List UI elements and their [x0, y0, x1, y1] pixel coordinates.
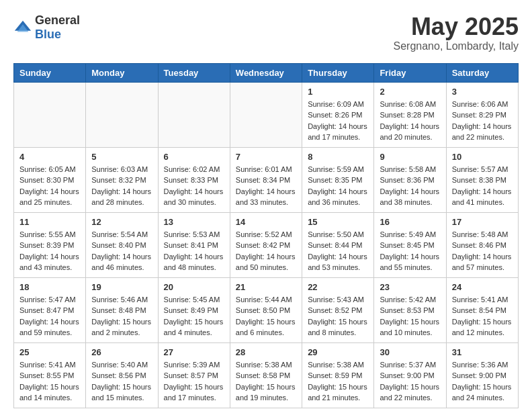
- calendar-cell: 18Sunrise: 5:47 AMSunset: 8:47 PMDayligh…: [14, 277, 86, 342]
- calendar-week-3: 11Sunrise: 5:55 AMSunset: 8:39 PMDayligh…: [14, 212, 519, 277]
- day-info: Sunrise: 5:38 AMSunset: 8:58 PMDaylight:…: [236, 359, 296, 404]
- day-number: 17: [452, 217, 513, 227]
- day-number: 30: [380, 347, 440, 357]
- calendar-cell: 15Sunrise: 5:50 AMSunset: 8:44 PMDayligh…: [302, 212, 374, 277]
- day-info: Sunrise: 5:40 AMSunset: 8:56 PMDaylight:…: [91, 359, 152, 404]
- calendar-cell: 12Sunrise: 5:54 AMSunset: 8:40 PMDayligh…: [86, 212, 158, 277]
- calendar-location: Sergnano, Lombardy, Italy: [394, 40, 519, 52]
- day-info: Sunrise: 5:49 AMSunset: 8:45 PMDaylight:…: [380, 229, 440, 273]
- calendar-cell: 11Sunrise: 5:55 AMSunset: 8:39 PMDayligh…: [14, 212, 86, 277]
- calendar-cell: 26Sunrise: 5:40 AMSunset: 8:56 PMDayligh…: [86, 342, 158, 408]
- calendar-cell: 10Sunrise: 5:57 AMSunset: 8:38 PMDayligh…: [446, 147, 518, 212]
- weekday-header-row: SundayMondayTuesdayWednesdayThursdayFrid…: [14, 63, 519, 82]
- calendar-cell: 7Sunrise: 6:01 AMSunset: 8:34 PMDaylight…: [230, 147, 302, 212]
- logo-blue: Blue: [35, 28, 61, 41]
- calendar-cell: 14Sunrise: 5:52 AMSunset: 8:42 PMDayligh…: [230, 212, 302, 277]
- calendar-cell: 4Sunrise: 6:05 AMSunset: 8:30 PMDaylight…: [14, 147, 86, 212]
- day-info: Sunrise: 6:09 AMSunset: 8:26 PMDaylight:…: [308, 99, 368, 143]
- day-info: Sunrise: 5:55 AMSunset: 8:39 PMDaylight:…: [19, 229, 80, 273]
- calendar-cell: 1Sunrise: 6:09 AMSunset: 8:26 PMDaylight…: [302, 82, 374, 147]
- weekday-header-tuesday: Tuesday: [158, 63, 230, 82]
- weekday-header-sunday: Sunday: [14, 63, 86, 82]
- calendar-cell: 28Sunrise: 5:38 AMSunset: 8:58 PMDayligh…: [230, 342, 302, 408]
- calendar-cell: 21Sunrise: 5:44 AMSunset: 8:50 PMDayligh…: [230, 277, 302, 342]
- calendar-cell: 24Sunrise: 5:41 AMSunset: 8:54 PMDayligh…: [446, 277, 518, 342]
- day-number: 26: [91, 347, 152, 357]
- day-number: 15: [308, 217, 368, 227]
- title-block: May 2025 Sergnano, Lombardy, Italy: [394, 13, 519, 52]
- day-number: 7: [236, 152, 296, 162]
- day-info: Sunrise: 6:03 AMSunset: 8:32 PMDaylight:…: [91, 164, 152, 208]
- calendar-cell: 23Sunrise: 5:42 AMSunset: 8:53 PMDayligh…: [374, 277, 446, 342]
- day-info: Sunrise: 5:54 AMSunset: 8:40 PMDaylight:…: [91, 229, 152, 273]
- logo-general: General: [35, 13, 80, 27]
- calendar-cell: 8Sunrise: 5:59 AMSunset: 8:35 PMDaylight…: [302, 147, 374, 212]
- day-number: 5: [91, 152, 152, 162]
- calendar-cell: [230, 82, 302, 147]
- day-number: 8: [308, 152, 368, 162]
- weekday-header-saturday: Saturday: [446, 63, 518, 82]
- weekday-header-monday: Monday: [86, 63, 158, 82]
- day-info: Sunrise: 5:41 AMSunset: 8:55 PMDaylight:…: [19, 359, 80, 404]
- calendar-title: May 2025: [394, 13, 519, 40]
- day-info: Sunrise: 5:58 AMSunset: 8:36 PMDaylight:…: [380, 164, 440, 208]
- calendar-cell: 2Sunrise: 6:08 AMSunset: 8:28 PMDaylight…: [374, 82, 446, 147]
- calendar-table: SundayMondayTuesdayWednesdayThursdayFrid…: [13, 63, 519, 408]
- calendar-week-4: 18Sunrise: 5:47 AMSunset: 8:47 PMDayligh…: [14, 277, 519, 342]
- day-number: 12: [91, 217, 152, 227]
- day-info: Sunrise: 6:01 AMSunset: 8:34 PMDaylight:…: [236, 164, 296, 208]
- day-number: 6: [164, 152, 224, 162]
- calendar-cell: 27Sunrise: 5:39 AMSunset: 8:57 PMDayligh…: [158, 342, 230, 408]
- calendar-cell: 13Sunrise: 5:53 AMSunset: 8:41 PMDayligh…: [158, 212, 230, 277]
- day-number: 28: [236, 347, 296, 357]
- calendar-week-2: 4Sunrise: 6:05 AMSunset: 8:30 PMDaylight…: [14, 147, 519, 212]
- calendar-cell: 17Sunrise: 5:48 AMSunset: 8:46 PMDayligh…: [446, 212, 518, 277]
- logo-text: General Blue: [35, 13, 80, 42]
- calendar-cell: 30Sunrise: 5:37 AMSunset: 9:00 PMDayligh…: [374, 342, 446, 408]
- day-number: 29: [308, 347, 368, 357]
- day-info: Sunrise: 5:53 AMSunset: 8:41 PMDaylight:…: [164, 229, 224, 273]
- day-info: Sunrise: 5:43 AMSunset: 8:52 PMDaylight:…: [308, 294, 368, 338]
- day-number: 20: [164, 282, 224, 292]
- day-number: 23: [380, 282, 440, 292]
- day-number: 4: [19, 152, 80, 162]
- day-info: Sunrise: 5:36 AMSunset: 9:00 PMDaylight:…: [452, 359, 513, 404]
- day-info: Sunrise: 5:42 AMSunset: 8:53 PMDaylight:…: [380, 294, 440, 338]
- day-info: Sunrise: 5:50 AMSunset: 8:44 PMDaylight:…: [308, 229, 368, 273]
- day-number: 21: [236, 282, 296, 292]
- calendar-cell: 6Sunrise: 6:02 AMSunset: 8:33 PMDaylight…: [158, 147, 230, 212]
- day-number: 25: [19, 347, 80, 357]
- day-info: Sunrise: 5:57 AMSunset: 8:38 PMDaylight:…: [452, 164, 513, 208]
- day-info: Sunrise: 5:47 AMSunset: 8:47 PMDaylight:…: [19, 294, 80, 338]
- day-info: Sunrise: 6:05 AMSunset: 8:30 PMDaylight:…: [19, 164, 80, 208]
- day-number: 18: [19, 282, 80, 292]
- day-number: 27: [164, 347, 224, 357]
- calendar-cell: 29Sunrise: 5:38 AMSunset: 8:59 PMDayligh…: [302, 342, 374, 408]
- calendar-cell: 19Sunrise: 5:46 AMSunset: 8:48 PMDayligh…: [86, 277, 158, 342]
- day-number: 24: [452, 282, 513, 292]
- day-info: Sunrise: 5:38 AMSunset: 8:59 PMDaylight:…: [308, 359, 368, 404]
- weekday-header-wednesday: Wednesday: [230, 63, 302, 82]
- day-info: Sunrise: 5:46 AMSunset: 8:48 PMDaylight:…: [91, 294, 152, 338]
- calendar-cell: [158, 82, 230, 147]
- day-info: Sunrise: 5:45 AMSunset: 8:49 PMDaylight:…: [164, 294, 224, 338]
- day-number: 2: [380, 87, 440, 97]
- calendar-cell: 22Sunrise: 5:43 AMSunset: 8:52 PMDayligh…: [302, 277, 374, 342]
- day-number: 3: [452, 87, 513, 97]
- day-number: 10: [452, 152, 513, 162]
- day-info: Sunrise: 5:41 AMSunset: 8:54 PMDaylight:…: [452, 294, 513, 338]
- logo-icon: [13, 18, 32, 37]
- day-number: 16: [380, 217, 440, 227]
- day-number: 22: [308, 282, 368, 292]
- day-info: Sunrise: 5:48 AMSunset: 8:46 PMDaylight:…: [452, 229, 513, 273]
- page-header: General Blue May 2025 Sergnano, Lombardy…: [13, 13, 519, 52]
- calendar-cell: 9Sunrise: 5:58 AMSunset: 8:36 PMDaylight…: [374, 147, 446, 212]
- day-number: 19: [91, 282, 152, 292]
- calendar-cell: 5Sunrise: 6:03 AMSunset: 8:32 PMDaylight…: [86, 147, 158, 212]
- calendar-cell: 25Sunrise: 5:41 AMSunset: 8:55 PMDayligh…: [14, 342, 86, 408]
- weekday-header-friday: Friday: [374, 63, 446, 82]
- calendar-cell: [86, 82, 158, 147]
- day-info: Sunrise: 5:39 AMSunset: 8:57 PMDaylight:…: [164, 359, 224, 404]
- calendar-week-5: 25Sunrise: 5:41 AMSunset: 8:55 PMDayligh…: [14, 342, 519, 408]
- calendar-week-1: 1Sunrise: 6:09 AMSunset: 8:26 PMDaylight…: [14, 82, 519, 147]
